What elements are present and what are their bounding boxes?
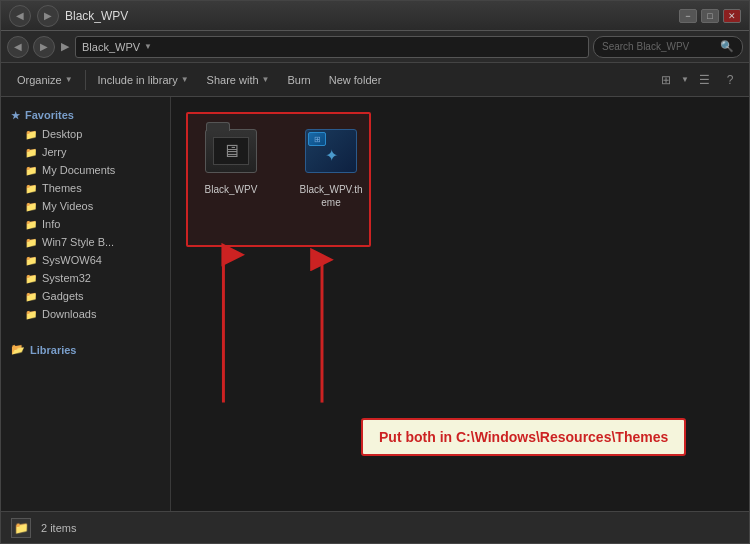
maximize-button[interactable]: □ [701, 9, 719, 23]
window: ◀ ▶ Black_WPV − □ ✕ ◀ ▶ ▶ Black_WPV ▼ Se… [0, 0, 750, 544]
folder-icon: 📁 [25, 237, 37, 248]
sidebar-item-info[interactable]: 📁 Info [1, 215, 170, 233]
view-chevron: ▼ [681, 75, 689, 84]
path-text: Black_WPV [82, 41, 140, 53]
sidebar-item-my-documents[interactable]: 📁 My Documents [1, 161, 170, 179]
sidebar-item-jerry[interactable]: 📁 Jerry [1, 143, 170, 161]
libraries-section: 📂 Libraries [1, 339, 170, 360]
file-grid: 🖥 Black_WPV ⊞ ✦ Black_WPV.theme [171, 97, 749, 235]
details-view-button[interactable]: ☰ [693, 69, 715, 91]
folder-icon: 📁 [25, 291, 37, 302]
main-area: ★ Favorites 📁 Desktop 📁 Jerry 📁 My Docum… [1, 97, 749, 511]
new-folder-button[interactable]: New folder [321, 70, 390, 90]
path-separator: ▶ [61, 40, 69, 53]
black-wpv-theme-label: Black_WPV.theme [297, 183, 365, 209]
favorites-header: ★ Favorites [1, 105, 170, 125]
address-path[interactable]: Black_WPV ▼ [75, 36, 589, 58]
share-with-button[interactable]: Share with ▼ [199, 70, 278, 90]
favorites-section: ★ Favorites 📁 Desktop 📁 Jerry 📁 My Docum… [1, 105, 170, 323]
search-box[interactable]: Search Black_WPV 🔍 [593, 36, 743, 58]
sidebar-item-downloads[interactable]: 📁 Downloads [1, 305, 170, 323]
toolbar-separator-1 [85, 70, 86, 90]
folder-icon: 📁 [25, 183, 37, 194]
status-folder-icon: 📁 [11, 518, 31, 538]
status-bar: 📁 2 items [1, 511, 749, 543]
sidebar-item-desktop[interactable]: 📁 Desktop [1, 125, 170, 143]
libraries-header: 📂 Libraries [1, 339, 170, 360]
folder-icon: 📁 [25, 147, 37, 158]
theme-star-icon: ✦ [325, 146, 338, 165]
sidebar-item-win7-style[interactable]: 📁 Win7 Style B... [1, 233, 170, 251]
star-icon: ★ [11, 110, 20, 121]
folder-icon: 📁 [25, 165, 37, 176]
search-icon: 🔍 [720, 40, 734, 53]
burn-button[interactable]: Burn [279, 70, 318, 90]
content-area: 🖥 Black_WPV ⊞ ✦ Black_WPV.theme [171, 97, 749, 511]
sidebar-item-syswow64[interactable]: 📁 SysWOW64 [1, 251, 170, 269]
forward-button[interactable]: ▶ [37, 5, 59, 27]
folder-icon: 📁 [25, 129, 37, 140]
folder-icon: 📁 [25, 309, 37, 320]
path-chevron: ▼ [144, 42, 152, 51]
title-bar-controls: − □ ✕ [679, 9, 741, 23]
view-icon-button[interactable]: ⊞ [655, 69, 677, 91]
file-item-black-wpv-theme[interactable]: ⊞ ✦ Black_WPV.theme [291, 117, 371, 215]
sidebar: ★ Favorites 📁 Desktop 📁 Jerry 📁 My Docum… [1, 97, 171, 511]
theme-badge: ⊞ [308, 132, 326, 146]
toolbar: Organize ▼ Include in library ▼ Share wi… [1, 63, 749, 97]
instruction-box: Put both in C:\Windows\Resources\Themes [361, 418, 686, 456]
include-library-button[interactable]: Include in library ▼ [90, 70, 197, 90]
black-wpv-label: Black_WPV [205, 183, 258, 196]
file-item-black-wpv[interactable]: 🖥 Black_WPV [191, 117, 271, 215]
sidebar-item-themes[interactable]: 📁 Themes [1, 179, 170, 197]
title-text: Black_WPV [65, 9, 128, 23]
libraries-folder-icon: 📂 [11, 343, 25, 356]
address-bar: ◀ ▶ ▶ Black_WPV ▼ Search Black_WPV 🔍 [1, 31, 749, 63]
organize-chevron: ▼ [65, 75, 73, 84]
title-bar: ◀ ▶ Black_WPV − □ ✕ [1, 1, 749, 31]
instruction-text: Put both in C:\Windows\Resources\Themes [379, 429, 668, 445]
folder-icon: 📁 [25, 219, 37, 230]
black-wpv-icon: 🖥 [203, 123, 259, 179]
folder-icon: 📁 [25, 273, 37, 284]
nav-back-button[interactable]: ◀ [7, 36, 29, 58]
folder-icon: 📁 [25, 255, 37, 266]
monitor-icon: 🖥 [222, 141, 240, 162]
sidebar-item-system32[interactable]: 📁 System32 [1, 269, 170, 287]
help-button[interactable]: ? [719, 69, 741, 91]
sidebar-item-gadgets[interactable]: 📁 Gadgets [1, 287, 170, 305]
close-button[interactable]: ✕ [723, 9, 741, 23]
title-bar-left: ◀ ▶ Black_WPV [9, 5, 128, 27]
folder-icon: 📁 [25, 201, 37, 212]
organize-button[interactable]: Organize ▼ [9, 70, 81, 90]
toolbar-view-controls: ⊞ ▼ ☰ ? [655, 69, 741, 91]
black-wpv-theme-icon: ⊞ ✦ [303, 123, 359, 179]
sidebar-item-my-videos[interactable]: 📁 My Videos [1, 197, 170, 215]
status-count: 2 items [41, 522, 76, 534]
minimize-button[interactable]: − [679, 9, 697, 23]
share-chevron: ▼ [262, 75, 270, 84]
include-chevron: ▼ [181, 75, 189, 84]
back-button[interactable]: ◀ [9, 5, 31, 27]
search-placeholder: Search Black_WPV [602, 41, 689, 52]
nav-forward-button[interactable]: ▶ [33, 36, 55, 58]
